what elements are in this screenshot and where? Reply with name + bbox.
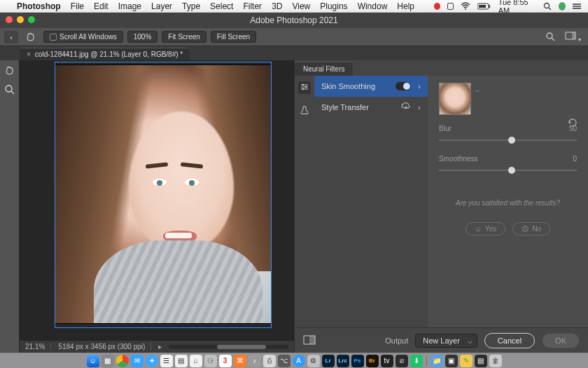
dock-app-generic[interactable]: ⌥	[278, 355, 290, 367]
control-center-icon[interactable]	[573, 3, 581, 10]
dock-app-generic[interactable]: ✎	[460, 355, 472, 367]
user-icon[interactable]	[559, 2, 566, 11]
tab-neural-filters[interactable]: Neural Filters	[295, 62, 353, 76]
fullscreen-window-button[interactable]	[28, 16, 35, 23]
cancel-button[interactable]: Cancel	[484, 333, 535, 348]
dock-app-finder[interactable]: ☺	[87, 355, 99, 367]
menu-layer[interactable]: Layer	[151, 1, 172, 11]
svg-point-0	[465, 8, 466, 10]
slider-knob[interactable]	[508, 167, 515, 174]
window-title: Adobe Photoshop 2021	[250, 15, 337, 25]
status-record-icon[interactable]	[434, 3, 440, 10]
svg-rect-2	[489, 5, 490, 8]
featured-filters-icon[interactable]	[298, 81, 311, 94]
fill-screen-button[interactable]: Fill Screen	[211, 31, 256, 43]
dock-app-generic[interactable]: ⌘	[234, 355, 246, 367]
filter-style-transfer[interactable]: Style Transfer ›	[314, 97, 428, 118]
feedback-yes-button[interactable]: ☺ Yes	[465, 222, 506, 236]
dock-app-generic[interactable]: ☰	[160, 355, 173, 367]
macos-dock: ☺ ▦ ✉ ✦ ☰ ▤ ⌂ ⚆ 3 ⌘ ♪ ⎙ ⌥ A ⚙ Lr Lrc Ps …	[0, 353, 588, 368]
cloud-download-icon[interactable]	[401, 102, 411, 112]
hand-tool-icon[interactable]	[25, 31, 36, 43]
close-tab-icon[interactable]: ×	[27, 50, 31, 58]
filter-toggle[interactable]	[396, 82, 411, 90]
menu-view[interactable]: View	[292, 1, 310, 11]
dock-app-generic[interactable]: ⬇	[410, 355, 423, 367]
menu-image[interactable]: Image	[118, 1, 141, 11]
dock-app-generic[interactable]: ▤	[175, 355, 188, 367]
workspace-switcher-icon[interactable]: ▾	[565, 32, 581, 43]
document-tab[interactable]: × cold-1284411.jpg @ 21.1% (Layer 0, RGB…	[20, 48, 190, 60]
dock-trash[interactable]: 🗑	[489, 355, 502, 367]
status-box-icon[interactable]	[447, 3, 454, 10]
dock-app-chrome[interactable]	[116, 355, 129, 367]
dock-app-launchpad[interactable]: ▦	[102, 355, 114, 367]
menu-filter[interactable]: Filter	[243, 1, 262, 11]
menu-edit[interactable]: Edit	[94, 1, 108, 11]
face-thumbnail[interactable]	[439, 83, 471, 115]
document-canvas[interactable]	[55, 64, 272, 324]
dock-app-appstore[interactable]: A	[293, 355, 305, 367]
ok-button[interactable]: OK	[542, 333, 580, 348]
dock-app-generic[interactable]: ▣	[445, 355, 458, 367]
dock-app-generic[interactable]: ⎚	[396, 355, 408, 367]
filter-settings-column: ⌵ Blur 50 Smoothness	[428, 76, 588, 327]
menu-file[interactable]: File	[71, 1, 84, 11]
dock-app-generic[interactable]: ⌂	[190, 355, 202, 367]
menu-3d[interactable]: 3D	[272, 1, 282, 11]
search-icon[interactable]	[545, 32, 555, 43]
menu-help[interactable]: Help	[397, 1, 414, 11]
face-select-chevron-icon[interactable]: ⌵	[475, 86, 479, 93]
zoom-percent-button[interactable]: 100%	[127, 31, 158, 43]
menu-type[interactable]: Type	[182, 1, 200, 11]
menu-select[interactable]: Select	[210, 1, 233, 11]
hand-tool[interactable]	[3, 63, 17, 77]
dock-app-generic[interactable]: ♪	[248, 355, 261, 367]
dock-app-lightroom[interactable]: Lr	[322, 355, 335, 367]
window-controls	[6, 16, 35, 23]
battery-icon[interactable]	[477, 3, 491, 10]
slider-knob[interactable]	[508, 137, 515, 144]
slider-track-smoothness[interactable]	[439, 165, 577, 175]
scrollbar-thumb[interactable]	[217, 345, 266, 349]
beta-filters-icon[interactable]	[300, 105, 309, 116]
dock-app-bridge[interactable]: Br	[366, 355, 379, 367]
frown-icon: ☹	[522, 225, 528, 233]
dock-app-calendar[interactable]: 3	[219, 355, 232, 367]
filter-skin-smoothing[interactable]: Skin Smoothing ›	[314, 76, 428, 97]
svg-point-9	[547, 33, 552, 39]
close-window-button[interactable]	[6, 16, 13, 23]
status-zoom[interactable]: 21.1%	[25, 343, 51, 350]
svg-point-13	[6, 86, 12, 92]
preview-toggle-icon[interactable]	[303, 335, 316, 346]
app-menu[interactable]: Photoshop	[17, 1, 61, 11]
menu-window[interactable]: Window	[358, 1, 388, 11]
dock-app-mail[interactable]: ✉	[131, 355, 144, 367]
document-tab-label: cold-1284411.jpg @ 21.1% (Layer 0, RGB/8…	[35, 50, 183, 58]
dock-app-photoshop[interactable]: Ps	[351, 355, 364, 367]
dock-app-generic[interactable]: ⎙	[263, 355, 276, 367]
status-chevron-icon[interactable]: ▸	[158, 343, 162, 350]
canvas-viewport[interactable]	[20, 60, 294, 340]
dock-app-generic[interactable]: ▤	[475, 355, 487, 367]
status-dimensions[interactable]: 5184 px x 3456 px (300 ppi)	[58, 343, 151, 350]
scroll-all-windows-checkbox[interactable]: Scroll All Windows	[43, 31, 123, 43]
output-select[interactable]: New Layer	[415, 334, 477, 348]
fit-screen-button[interactable]: Fit Screen	[162, 31, 206, 43]
wifi-icon[interactable]	[461, 2, 470, 11]
dock-folder[interactable]: 📁	[430, 355, 443, 367]
dock-app-generic[interactable]: ⚙	[307, 355, 320, 367]
menu-plugins[interactable]: Plugins	[320, 1, 347, 11]
spotlight-icon[interactable]	[543, 2, 552, 11]
dock-app-lightroom-classic[interactable]: Lrc	[337, 355, 349, 367]
horizontal-scrollbar[interactable]	[169, 345, 288, 349]
feedback-no-button[interactable]: ☹ No	[512, 222, 550, 236]
home-back-button[interactable]: ‹	[4, 31, 18, 43]
dock-app-safari[interactable]: ✦	[146, 355, 158, 367]
dock-app-tv[interactable]: tv	[381, 355, 393, 367]
zoom-tool[interactable]	[3, 83, 17, 97]
minimize-window-button[interactable]	[17, 16, 24, 23]
reset-icon[interactable]	[567, 118, 578, 129]
slider-track-blur[interactable]	[439, 135, 577, 145]
dock-app-generic[interactable]: ⚆	[204, 355, 217, 367]
